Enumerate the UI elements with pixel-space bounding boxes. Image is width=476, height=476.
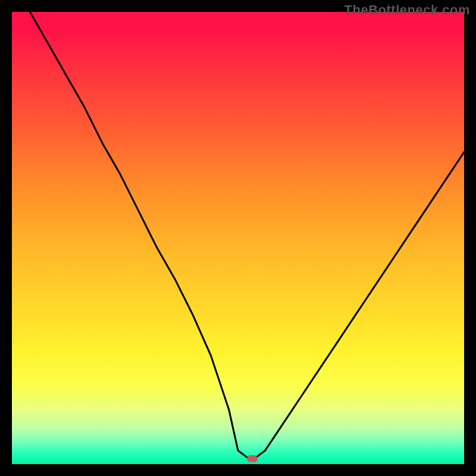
optimum-marker bbox=[247, 455, 258, 462]
curve-path bbox=[30, 12, 464, 458]
chart-frame: TheBottleneck.com bbox=[0, 0, 476, 476]
bottleneck-curve bbox=[12, 12, 464, 464]
plot-area bbox=[12, 12, 464, 464]
watermark-text: TheBottleneck.com bbox=[345, 2, 470, 18]
